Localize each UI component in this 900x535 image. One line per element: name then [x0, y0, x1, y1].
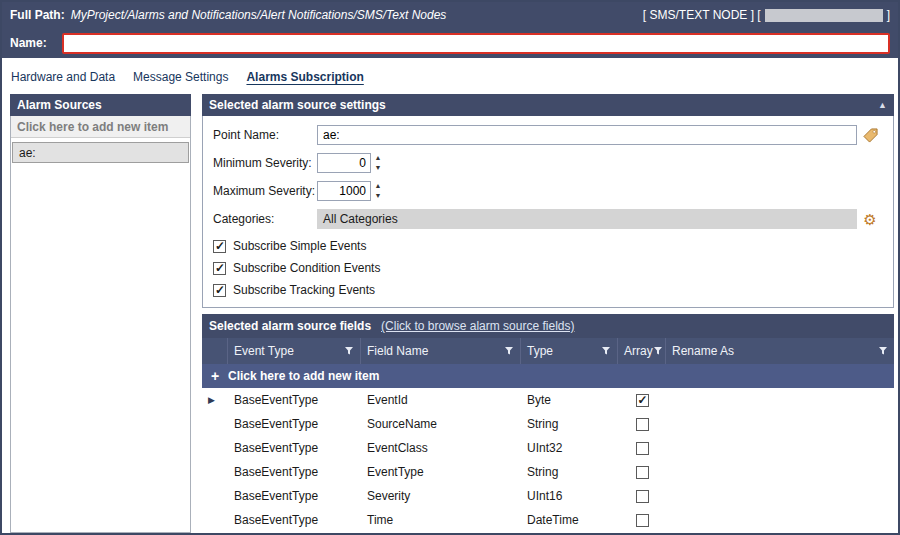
add-field-row[interactable]: + Click here to add new item: [202, 364, 894, 388]
collapse-icon[interactable]: ▲: [878, 100, 887, 110]
categories-label: Categories:: [213, 212, 317, 226]
column-label: Rename As: [672, 344, 734, 358]
spin-down-icon[interactable]: ▼: [371, 163, 385, 173]
browse-fields-link[interactable]: (Click to browse alarm source fields): [381, 319, 574, 333]
filter-icon[interactable]: [344, 346, 354, 356]
subscribe-simple-events-checkbox[interactable]: [213, 240, 226, 253]
table-row[interactable]: BaseEventType EventClass UInt32: [202, 436, 894, 460]
cell-type: UInt16: [521, 489, 618, 503]
cell-event-type: BaseEventType: [228, 465, 361, 479]
column-header-field-name[interactable]: Field Name: [361, 338, 521, 364]
cell-event-type: BaseEventType: [228, 489, 361, 503]
fields-panel-title: Selected alarm source fields: [209, 319, 371, 333]
full-path-bar: Full Path: MyProject/Alarms and Notifica…: [2, 2, 898, 28]
subscribe-condition-events-checkbox[interactable]: [213, 262, 226, 275]
column-label: Type: [527, 344, 553, 358]
categories-field[interactable]: All Categories: [317, 209, 857, 229]
max-severity-label: Maximum Severity:: [213, 184, 317, 198]
redacted-node-name: [765, 9, 883, 22]
cell-field-name: SourceName: [361, 417, 521, 431]
cell-field-name: EventType: [361, 465, 521, 479]
tab-message-settings[interactable]: Message Settings: [133, 70, 228, 84]
table-row[interactable]: BaseEventType Time DateTime: [202, 508, 894, 532]
cell-field-name: Severity: [361, 489, 521, 503]
tag-icon[interactable]: [857, 128, 883, 143]
filter-icon[interactable]: [878, 346, 888, 356]
alarm-sources-title-text: Alarm Sources: [17, 98, 102, 112]
selector-column-header: [202, 338, 228, 364]
subscribe-condition-events-row[interactable]: Subscribe Condition Events: [213, 258, 883, 278]
spin-up-icon[interactable]: ▲: [371, 153, 385, 163]
add-field-label: Click here to add new item: [228, 369, 379, 383]
cell-type: Byte: [521, 393, 618, 407]
table-row[interactable]: BaseEventType EventType String: [202, 460, 894, 484]
full-path-label: Full Path:: [10, 8, 65, 22]
name-label: Name:: [10, 36, 54, 50]
tab-bar: Hardware and Data Message Settings Alarm…: [2, 64, 898, 90]
filter-icon[interactable]: [504, 346, 514, 356]
alarm-sources-title: Alarm Sources: [10, 94, 191, 116]
filter-icon[interactable]: [601, 346, 611, 356]
alarm-source-item[interactable]: ae:: [12, 142, 189, 163]
column-header-type[interactable]: Type: [521, 338, 618, 364]
min-severity-stepper[interactable]: ▲ ▼: [371, 153, 385, 173]
gear-icon[interactable]: ⚙: [857, 212, 883, 227]
column-label: Array: [624, 344, 653, 358]
filter-icon[interactable]: [653, 346, 663, 356]
min-severity-label: Minimum Severity:: [213, 156, 317, 170]
subscribe-simple-events-label: Subscribe Simple Events: [233, 239, 366, 253]
cell-field-name: Time: [361, 513, 521, 527]
point-name-input[interactable]: [317, 125, 857, 145]
full-path-value: MyProject/Alarms and Notifications/Alert…: [71, 8, 447, 22]
spin-down-icon[interactable]: ▼: [371, 191, 385, 201]
sms-text-node-window: Full Path: MyProject/Alarms and Notifica…: [0, 0, 900, 535]
row-selector-icon[interactable]: ▶: [202, 395, 228, 405]
plus-icon: +: [202, 368, 228, 384]
settings-panel: Selected alarm source settings ▲ Point N…: [202, 94, 894, 308]
table-row[interactable]: BaseEventType Severity UInt16: [202, 484, 894, 508]
fields-table-header: Event Type Field Name Type Array Rename …: [202, 338, 894, 364]
cell-event-type: BaseEventType: [228, 441, 361, 455]
array-checkbox[interactable]: [636, 490, 649, 503]
tab-alarms-subscription[interactable]: Alarms Subscription: [246, 70, 363, 84]
cell-type: String: [521, 417, 618, 431]
node-type-prefix: [ SMS/TEXT NODE ] [: [643, 8, 761, 22]
cell-field-name: EventClass: [361, 441, 521, 455]
fields-panel: Selected alarm source fields (Click to b…: [202, 314, 894, 533]
tab-hardware-and-data[interactable]: Hardware and Data: [11, 70, 115, 84]
name-bar: Name:: [2, 28, 898, 58]
cell-event-type: BaseEventType: [228, 393, 361, 407]
array-checkbox[interactable]: [636, 442, 649, 455]
array-checkbox[interactable]: [636, 394, 649, 407]
column-label: Field Name: [367, 344, 428, 358]
cell-event-type: BaseEventType: [228, 417, 361, 431]
spin-up-icon[interactable]: ▲: [371, 181, 385, 191]
fields-table: Event Type Field Name Type Array Rename …: [202, 338, 894, 532]
settings-panel-header[interactable]: Selected alarm source settings ▲: [202, 94, 894, 116]
column-header-event-type[interactable]: Event Type: [228, 338, 361, 364]
array-checkbox[interactable]: [636, 514, 649, 527]
alarm-sources-panel: Alarm Sources Click here to add new item…: [10, 94, 191, 533]
array-checkbox[interactable]: [636, 466, 649, 479]
array-checkbox[interactable]: [636, 418, 649, 431]
min-severity-input[interactable]: [317, 153, 371, 173]
max-severity-input[interactable]: [317, 181, 371, 201]
subscribe-simple-events-row[interactable]: Subscribe Simple Events: [213, 236, 883, 256]
node-type-suffix: ]: [887, 8, 890, 22]
cell-field-name: EventId: [361, 393, 521, 407]
max-severity-stepper[interactable]: ▲ ▼: [371, 181, 385, 201]
subscribe-tracking-events-checkbox[interactable]: [213, 284, 226, 297]
cell-type: String: [521, 465, 618, 479]
cell-type: DateTime: [521, 513, 618, 527]
subscribe-tracking-events-row[interactable]: Subscribe Tracking Events: [213, 280, 883, 300]
name-input[interactable]: [62, 33, 890, 54]
cell-type: UInt32: [521, 441, 618, 455]
table-row[interactable]: BaseEventType SourceName String: [202, 412, 894, 436]
column-header-rename-as[interactable]: Rename As: [666, 338, 894, 364]
table-row[interactable]: ▶ BaseEventType EventId Byte: [202, 388, 894, 412]
settings-panel-body: Point Name: Minimum Severity: ▲ ▼: [202, 116, 894, 308]
fields-panel-header: Selected alarm source fields (Click to b…: [202, 314, 894, 338]
column-label: Event Type: [234, 344, 294, 358]
add-alarm-source-row[interactable]: Click here to add new item: [11, 116, 190, 138]
column-header-array[interactable]: Array: [618, 338, 666, 364]
